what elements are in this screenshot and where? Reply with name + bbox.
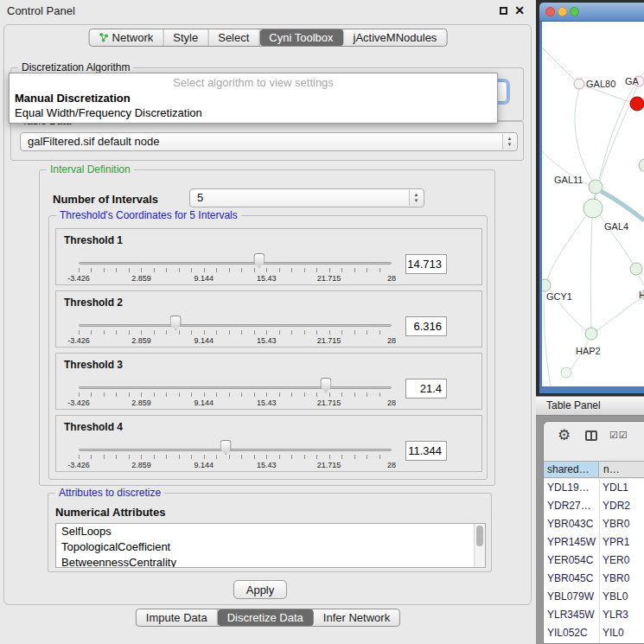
attribute-item[interactable]: TopologicalCoefficient	[56, 539, 485, 555]
tab-network[interactable]: Network	[90, 29, 164, 46]
slider-ticks	[79, 392, 392, 397]
list-scrollbar[interactable]	[474, 524, 485, 567]
close-traffic-light-icon[interactable]	[545, 7, 555, 16]
zoom-traffic-light-icon[interactable]	[570, 7, 579, 16]
table-cell: YDR2	[603, 497, 644, 515]
threshold-3-slider[interactable]: -3.4262.8599.14415.4321.71528	[79, 374, 392, 409]
select-rows-icon[interactable]: ☑☑	[609, 430, 628, 441]
table-cell: YPR1	[603, 533, 644, 552]
threshold-1-value-field[interactable]: 14.713	[405, 254, 447, 274]
numerical-attributes-list[interactable]: SelfLoopsTopologicalCoefficientBetweenne…	[55, 523, 486, 568]
slider-scale-label: -3.426	[67, 399, 90, 407]
table-cell: YPR145W	[547, 533, 597, 552]
network-node-gcy1[interactable]	[542, 279, 551, 291]
table-row[interactable]: YLR345WYLR3	[544, 606, 644, 624]
network-svg[interactable]: GAL80GAGAL11GAL4GCY1HAP2H	[542, 22, 644, 386]
slider-scale-label: 21.715	[317, 461, 341, 469]
column-header-name[interactable]: n…	[600, 462, 644, 477]
table-row[interactable]: YDR27…YDR2	[544, 497, 644, 515]
table-data-combobox[interactable]: galFiltered.sif default node	[20, 132, 518, 151]
algorithm-placeholder: Select algorithm to view settings	[10, 73, 497, 91]
attributes-group: Attributes to discretize Numerical Attri…	[48, 493, 492, 572]
node-label: GAL4	[604, 221, 628, 232]
network-edge[interactable]	[590, 218, 592, 328]
tab-label: Impute Data	[146, 611, 207, 624]
tab-select[interactable]: Select	[208, 29, 259, 46]
bottom-tab-impute-data[interactable]: Impute Data	[137, 609, 218, 626]
close-window-icon[interactable]: ✕	[514, 3, 525, 17]
slider-scale-label: 9.144	[194, 399, 214, 407]
network-edge[interactable]	[596, 297, 642, 331]
table-row[interactable]: YBL079WYBL0	[544, 588, 644, 606]
table-row[interactable]: YER054CYER0	[544, 552, 644, 570]
algorithm-option[interactable]: Equal Width/Frequency Discretization	[10, 105, 497, 120]
table-panel-window: ⚙ ☑☑ shared… n… YDL19…YDL1YDR27…YDR2YBR0…	[543, 421, 644, 644]
network-icon	[99, 33, 109, 42]
threshold-2-value-field[interactable]: 6.316	[405, 316, 447, 336]
network-edge[interactable]	[544, 291, 551, 386]
attribute-item[interactable]: BetweennessCentrality	[56, 555, 485, 568]
network-node-bottom-node[interactable]	[561, 367, 571, 378]
algorithm-option[interactable]: Manual Discretization	[10, 91, 497, 105]
threshold-1-slider[interactable]: -3.4262.8599.14415.4321.71528	[79, 250, 392, 284]
network-canvas[interactable]: GAL80GAGAL11GAL4GCY1HAP2H	[542, 22, 644, 386]
tab-label: jActiveMNodules	[354, 31, 437, 44]
network-node-hap2[interactable]	[585, 328, 597, 340]
table-panel-header[interactable]: Table Panel	[536, 396, 644, 416]
slider-thumb[interactable]	[170, 316, 182, 330]
table-row[interactable]: YPR145WYPR1	[544, 533, 644, 552]
tab-cyni-toolbox[interactable]: Cyni Toolbox	[259, 29, 343, 46]
network-edge[interactable]	[542, 48, 574, 80]
table-row[interactable]: YDL19…YDL1	[544, 479, 644, 497]
network-node-gal11[interactable]	[589, 180, 603, 194]
network-edge[interactable]	[547, 215, 586, 280]
slider-scale-label: 2.859	[131, 461, 151, 469]
slider-scale-label: 21.715	[317, 274, 341, 283]
bottom-tab-infer-network[interactable]: Infer Network	[314, 609, 399, 626]
slider-scale: -3.4262.8599.14415.4321.71528	[79, 336, 392, 347]
float-window-icon[interactable]	[500, 7, 507, 15]
table-row[interactable]: YBR043CYBR0	[544, 515, 644, 533]
threshold-2-slider[interactable]: -3.4262.8599.14415.4321.71528	[79, 312, 392, 347]
network-edge[interactable]	[601, 191, 644, 220]
table-toolbar: ⚙ ☑☑	[544, 424, 644, 451]
network-node-gal4[interactable]	[583, 199, 603, 218]
slider-ticks	[79, 455, 392, 459]
slider-scale-label: 2.859	[131, 399, 151, 407]
network-window-titlebar[interactable]	[539, 3, 644, 22]
table-cell: YLR3	[603, 606, 644, 624]
network-node-red-node[interactable]	[630, 97, 644, 111]
tab-jactivemnodules[interactable]: jActiveMNodules	[344, 29, 447, 46]
scrollbar-thumb[interactable]	[476, 526, 483, 546]
algorithm-dropdown-popup: Select algorithm to view settings Manual…	[9, 73, 498, 124]
thresholds-group: Threshold's Coordinates for 5 Intervals …	[48, 215, 488, 480]
slider-scale-label: 9.144	[194, 336, 214, 345]
gear-icon[interactable]: ⚙	[558, 426, 571, 444]
table-row[interactable]: YIL052CYIL0	[544, 624, 644, 642]
group-label-attributes: Attributes to discretize	[55, 487, 164, 499]
network-edge[interactable]	[575, 89, 592, 181]
threshold-4-slider[interactable]: -3.4262.8599.14415.4321.71528	[79, 437, 392, 471]
slider-scale-label: 21.715	[317, 336, 341, 345]
bottom-tab-discretize-data[interactable]: Discretize Data	[218, 609, 314, 626]
bottom-tabs: Impute DataDiscretize DataInfer Network	[136, 609, 400, 627]
threshold-3-value-field[interactable]: 21.4	[405, 379, 447, 399]
attribute-item[interactable]: SelfLoops	[56, 524, 485, 539]
threshold-4-value-field[interactable]: 11.344	[405, 441, 447, 461]
minimize-traffic-light-icon[interactable]	[558, 7, 567, 16]
node-label: GA	[625, 76, 640, 86]
slider-thumb[interactable]	[220, 440, 232, 455]
column-header-shared-name[interactable]: shared…	[544, 462, 599, 477]
slider-thumb[interactable]	[253, 253, 265, 268]
tab-style[interactable]: Style	[163, 29, 208, 46]
num-intervals-combobox[interactable]: 5	[189, 188, 424, 207]
apply-button[interactable]: Apply	[233, 580, 287, 599]
columns-icon[interactable]	[585, 430, 597, 441]
table-row[interactable]: YBR045CYBR0	[544, 570, 644, 588]
stepper-arrows-icon	[502, 134, 516, 150]
network-edge[interactable]	[638, 274, 644, 290]
network-node-gal80[interactable]	[574, 79, 584, 89]
slider-thumb[interactable]	[320, 378, 331, 392]
network-node-right-edge-node[interactable]	[639, 159, 644, 171]
network-node-right-mid[interactable]	[630, 263, 642, 275]
